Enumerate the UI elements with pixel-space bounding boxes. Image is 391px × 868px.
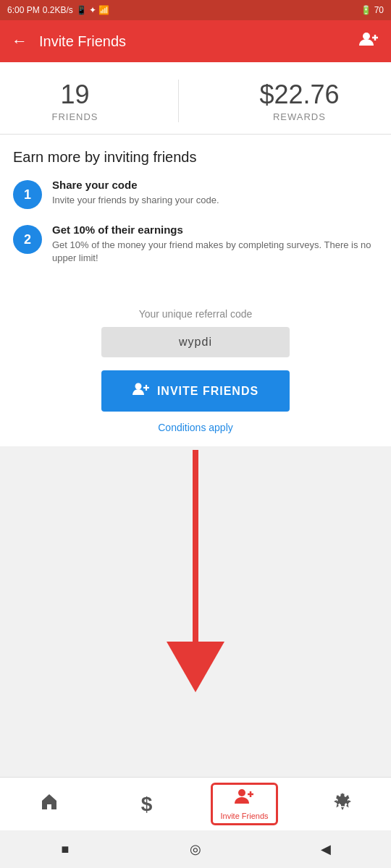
step-2-number: 2	[13, 225, 42, 254]
status-left: 6:00 PM 0.2KB/s 📱 ✦ 📶	[7, 5, 109, 15]
stat-divider	[178, 80, 179, 122]
earn-title: Earn more by inviting friends	[13, 149, 378, 166]
home-icon	[39, 791, 59, 817]
svg-point-8	[238, 789, 245, 796]
friends-label: FRIENDS	[51, 111, 98, 122]
nav-item-earnings[interactable]: $	[98, 778, 196, 830]
invite-button-icon	[133, 382, 150, 400]
rewards-amount: $22.76	[259, 80, 339, 110]
status-speed: 0.2KB/s	[43, 5, 73, 15]
red-arrow	[159, 446, 232, 692]
back-system-button[interactable]: ◀	[316, 839, 336, 859]
battery-level: 🔋	[361, 5, 371, 15]
rewards-label: REWARDS	[259, 111, 339, 122]
svg-point-3	[135, 383, 141, 390]
page-title: Invite Friends	[39, 33, 359, 50]
referral-code-box: wypdi	[101, 327, 290, 357]
status-time: 6:00 PM	[7, 5, 40, 15]
step-1-title: Share your code	[52, 179, 219, 191]
step-1: 1 Share your code Invite your friends by…	[13, 179, 378, 209]
system-bar: ■ ◎ ◀	[0, 830, 391, 868]
bottom-nav: $ Invite Friends	[0, 777, 391, 830]
invite-nav-icon	[235, 788, 255, 810]
app-bar: ← Invite Friends	[0, 20, 391, 62]
step-1-desc: Invite your friends by sharing your code…	[52, 194, 219, 207]
step-2-title: Get 10% of their earnings	[52, 224, 378, 236]
svg-marker-7	[167, 642, 224, 692]
invite-friends-button[interactable]: INVITE FRIENDS	[101, 370, 290, 412]
back-button[interactable]: ←	[12, 32, 28, 51]
status-right: 🔋 70	[361, 5, 384, 15]
svg-point-0	[363, 33, 370, 40]
step-2-text: Get 10% of their earnings Get 10% of the…	[52, 224, 378, 265]
battery-percent: 70	[374, 5, 384, 15]
invite-nav-label: Invite Friends	[220, 812, 268, 820]
referral-section: Your unique referral code wypdi INVITE F…	[0, 294, 391, 446]
arrow-annotation	[0, 446, 391, 714]
conditions-link[interactable]: Conditions apply	[13, 422, 378, 433]
friends-count: 19	[51, 80, 98, 110]
friends-stat: 19 FRIENDS	[51, 80, 98, 122]
recent-apps-button[interactable]: ■	[55, 839, 75, 859]
status-bar: 6:00 PM 0.2KB/s 📱 ✦ 📶 🔋 70	[0, 0, 391, 20]
nav-item-settings[interactable]	[293, 778, 391, 830]
main-content: Earn more by inviting friends 1 Share yo…	[0, 135, 391, 294]
add-friend-icon[interactable]	[359, 31, 379, 51]
step-2-desc: Get 10% of the money your friend makes b…	[52, 239, 378, 265]
settings-icon	[332, 791, 353, 817]
step-1-number: 1	[13, 180, 42, 209]
rewards-stat: $22.76 REWARDS	[259, 80, 339, 122]
home-button[interactable]: ◎	[185, 839, 206, 859]
step-1-text: Share your code Invite your friends by s…	[52, 179, 219, 207]
step-2: 2 Get 10% of their earnings Get 10% of t…	[13, 224, 378, 265]
status-icons: 📱 ✦ 📶	[76, 5, 110, 15]
nav-item-home[interactable]	[0, 778, 98, 830]
nav-item-invite[interactable]: Invite Friends	[196, 778, 293, 830]
referral-label: Your unique referral code	[13, 308, 378, 320]
stats-section: 19 FRIENDS $22.76 REWARDS	[0, 62, 391, 135]
invite-button-label: INVITE FRIENDS	[157, 385, 258, 398]
dollar-icon: $	[141, 793, 153, 816]
